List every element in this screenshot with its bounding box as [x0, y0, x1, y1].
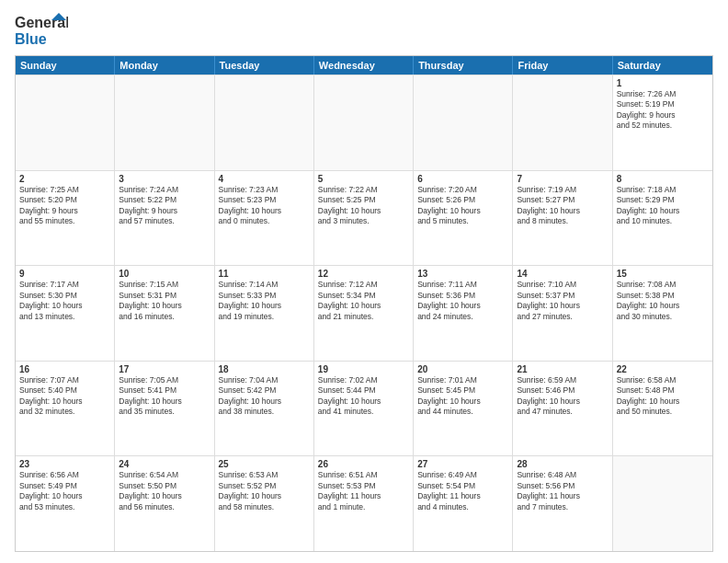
day-info: Sunrise: 7:07 AM Sunset: 5:40 PM Dayligh…: [19, 375, 110, 418]
calendar-cell: 20Sunrise: 7:01 AM Sunset: 5:45 PM Dayli…: [414, 362, 513, 456]
day-number: 10: [119, 269, 210, 279]
calendar-cell: [414, 75, 513, 170]
calendar-cell: 24Sunrise: 6:54 AM Sunset: 5:50 PM Dayli…: [115, 456, 214, 551]
calendar-header-row: SundayMondayTuesdayWednesdayThursdayFrid…: [16, 56, 712, 75]
weekday-header: Thursday: [414, 56, 513, 75]
day-info: Sunrise: 7:18 AM Sunset: 5:29 PM Dayligh…: [617, 185, 709, 227]
calendar-row: 1Sunrise: 7:26 AM Sunset: 5:19 PM Daylig…: [16, 75, 712, 170]
day-number: 2: [19, 174, 110, 184]
day-number: 27: [417, 459, 508, 469]
day-info: Sunrise: 7:26 AM Sunset: 5:19 PM Dayligh…: [617, 89, 709, 132]
day-info: Sunrise: 6:59 AM Sunset: 5:46 PM Dayligh…: [517, 375, 608, 418]
day-info: Sunrise: 7:12 AM Sunset: 5:34 PM Dayligh…: [318, 280, 409, 322]
day-number: 19: [318, 364, 409, 374]
day-info: Sunrise: 6:58 AM Sunset: 5:48 PM Dayligh…: [617, 375, 709, 418]
day-number: 22: [617, 364, 709, 374]
day-number: 21: [517, 364, 608, 374]
day-info: Sunrise: 7:20 AM Sunset: 5:26 PM Dayligh…: [417, 185, 508, 227]
day-number: 4: [219, 174, 310, 184]
day-info: Sunrise: 7:08 AM Sunset: 5:38 PM Dayligh…: [617, 280, 709, 322]
calendar-row: 16Sunrise: 7:07 AM Sunset: 5:40 PM Dayli…: [16, 361, 712, 456]
weekday-header: Friday: [513, 56, 612, 75]
day-info: Sunrise: 7:10 AM Sunset: 5:37 PM Dayligh…: [517, 280, 608, 322]
day-number: 9: [19, 269, 110, 279]
calendar-cell: [314, 75, 414, 170]
header: GeneralBlue: [15, 11, 713, 48]
calendar-cell: 28Sunrise: 6:48 AM Sunset: 5:56 PM Dayli…: [513, 456, 612, 551]
day-info: Sunrise: 6:53 AM Sunset: 5:52 PM Dayligh…: [219, 470, 310, 512]
calendar-cell: 15Sunrise: 7:08 AM Sunset: 5:38 PM Dayli…: [613, 266, 712, 361]
calendar-cell: [16, 75, 115, 170]
calendar-row: 2Sunrise: 7:25 AM Sunset: 5:20 PM Daylig…: [16, 170, 712, 266]
day-info: Sunrise: 7:22 AM Sunset: 5:25 PM Dayligh…: [318, 185, 409, 227]
calendar-cell: 16Sunrise: 7:07 AM Sunset: 5:40 PM Dayli…: [16, 362, 115, 456]
day-number: 23: [19, 459, 110, 469]
calendar-cell: 18Sunrise: 7:04 AM Sunset: 5:42 PM Dayli…: [215, 362, 314, 456]
weekday-header: Sunday: [16, 56, 115, 75]
day-info: Sunrise: 7:15 AM Sunset: 5:31 PM Dayligh…: [119, 280, 210, 322]
day-number: 7: [517, 174, 608, 184]
day-info: Sunrise: 6:54 AM Sunset: 5:50 PM Dayligh…: [119, 470, 210, 512]
calendar-cell: 2Sunrise: 7:25 AM Sunset: 5:20 PM Daylig…: [16, 171, 115, 266]
calendar-cell: 13Sunrise: 7:11 AM Sunset: 5:36 PM Dayli…: [414, 266, 513, 361]
calendar-cell: 5Sunrise: 7:22 AM Sunset: 5:25 PM Daylig…: [314, 171, 414, 266]
day-number: 13: [417, 269, 508, 279]
weekday-header: Wednesday: [314, 56, 414, 75]
calendar-cell: 19Sunrise: 7:02 AM Sunset: 5:44 PM Dayli…: [314, 362, 414, 456]
weekday-header: Tuesday: [215, 56, 314, 75]
day-info: Sunrise: 6:51 AM Sunset: 5:53 PM Dayligh…: [318, 470, 409, 512]
calendar-cell: 14Sunrise: 7:10 AM Sunset: 5:37 PM Dayli…: [513, 266, 612, 361]
calendar-cell: 11Sunrise: 7:14 AM Sunset: 5:33 PM Dayli…: [215, 266, 314, 361]
day-number: 16: [19, 364, 110, 374]
day-number: 6: [417, 174, 508, 184]
day-info: Sunrise: 6:56 AM Sunset: 5:49 PM Dayligh…: [19, 470, 110, 512]
calendar-cell: 8Sunrise: 7:18 AM Sunset: 5:29 PM Daylig…: [613, 171, 712, 266]
day-number: 28: [517, 459, 608, 469]
day-number: 17: [119, 364, 210, 374]
day-number: 18: [219, 364, 310, 374]
calendar-row: 9Sunrise: 7:17 AM Sunset: 5:30 PM Daylig…: [16, 265, 712, 361]
day-number: 11: [219, 269, 310, 279]
day-info: Sunrise: 7:25 AM Sunset: 5:20 PM Dayligh…: [19, 185, 110, 227]
calendar-body: 1Sunrise: 7:26 AM Sunset: 5:19 PM Daylig…: [16, 75, 712, 551]
calendar-cell: [115, 75, 214, 170]
calendar-cell: 10Sunrise: 7:15 AM Sunset: 5:31 PM Dayli…: [115, 266, 214, 361]
calendar-cell: 6Sunrise: 7:20 AM Sunset: 5:26 PM Daylig…: [414, 171, 513, 266]
day-number: 26: [318, 459, 409, 469]
calendar-cell: 22Sunrise: 6:58 AM Sunset: 5:48 PM Dayli…: [613, 362, 712, 456]
calendar-cell: 17Sunrise: 7:05 AM Sunset: 5:41 PM Dayli…: [115, 362, 214, 456]
day-number: 15: [617, 269, 709, 279]
day-info: Sunrise: 7:17 AM Sunset: 5:30 PM Dayligh…: [19, 280, 110, 322]
svg-text:Blue: Blue: [15, 31, 47, 47]
day-number: 1: [617, 78, 709, 88]
day-number: 8: [617, 174, 709, 184]
calendar-cell: 1Sunrise: 7:26 AM Sunset: 5:19 PM Daylig…: [613, 75, 712, 170]
calendar-cell: 21Sunrise: 6:59 AM Sunset: 5:46 PM Dayli…: [513, 362, 612, 456]
day-number: 3: [119, 174, 210, 184]
logo-icon: GeneralBlue: [15, 11, 68, 48]
calendar-cell: 23Sunrise: 6:56 AM Sunset: 5:49 PM Dayli…: [16, 456, 115, 551]
day-number: 5: [318, 174, 409, 184]
day-info: Sunrise: 7:05 AM Sunset: 5:41 PM Dayligh…: [119, 375, 210, 418]
calendar-cell: [613, 456, 712, 551]
calendar-cell: 4Sunrise: 7:23 AM Sunset: 5:23 PM Daylig…: [215, 171, 314, 266]
day-number: 25: [219, 459, 310, 469]
calendar-cell: 7Sunrise: 7:19 AM Sunset: 5:27 PM Daylig…: [513, 171, 612, 266]
calendar-row: 23Sunrise: 6:56 AM Sunset: 5:49 PM Dayli…: [16, 455, 712, 551]
day-info: Sunrise: 7:02 AM Sunset: 5:44 PM Dayligh…: [318, 375, 409, 418]
day-info: Sunrise: 7:24 AM Sunset: 5:22 PM Dayligh…: [119, 185, 210, 227]
day-info: Sunrise: 7:19 AM Sunset: 5:27 PM Dayligh…: [517, 185, 608, 227]
calendar-cell: 3Sunrise: 7:24 AM Sunset: 5:22 PM Daylig…: [115, 171, 214, 266]
calendar-cell: [215, 75, 314, 170]
calendar-cell: [513, 75, 612, 170]
weekday-header: Saturday: [613, 56, 712, 75]
day-info: Sunrise: 7:11 AM Sunset: 5:36 PM Dayligh…: [417, 280, 508, 322]
calendar-cell: 12Sunrise: 7:12 AM Sunset: 5:34 PM Dayli…: [314, 266, 414, 361]
weekday-header: Monday: [115, 56, 214, 75]
day-info: Sunrise: 7:01 AM Sunset: 5:45 PM Dayligh…: [417, 375, 508, 418]
calendar: SundayMondayTuesdayWednesdayThursdayFrid…: [15, 55, 713, 552]
day-number: 12: [318, 269, 409, 279]
day-number: 14: [517, 269, 608, 279]
calendar-cell: 27Sunrise: 6:49 AM Sunset: 5:54 PM Dayli…: [414, 456, 513, 551]
calendar-cell: 25Sunrise: 6:53 AM Sunset: 5:52 PM Dayli…: [215, 456, 314, 551]
